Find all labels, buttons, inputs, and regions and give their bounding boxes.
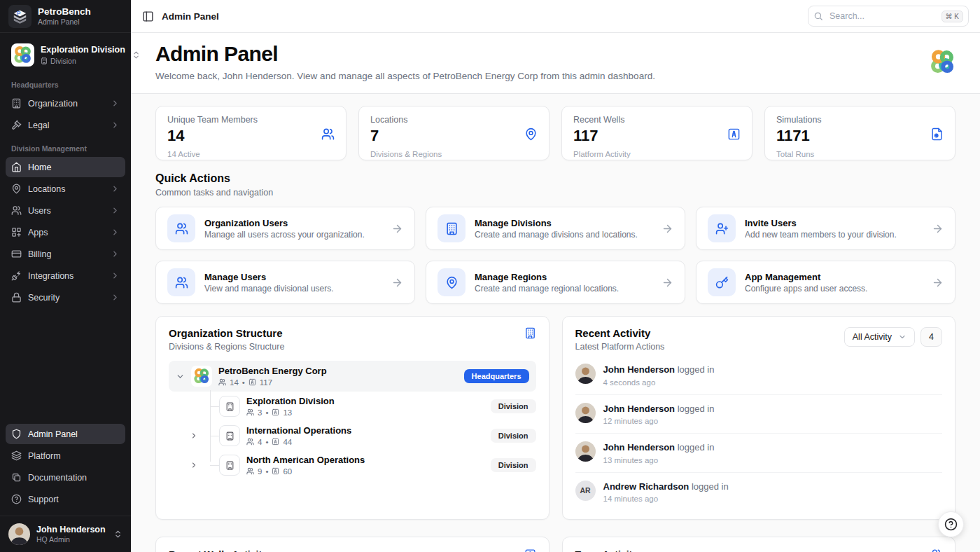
quick-action-manage-users[interactable]: Manage Users View and manage divisional … (155, 261, 415, 304)
wallet-icon (11, 249, 22, 259)
user-plus-icon (708, 214, 736, 242)
sidebar-toggle-icon[interactable] (142, 11, 154, 22)
headquarters-badge: Headquarters (464, 369, 529, 383)
user-menu[interactable]: John Henderson HQ Admin (0, 516, 131, 552)
users-icon (246, 438, 254, 446)
sidebar-section-division-management: Division Management (0, 136, 131, 156)
sidebar-spacer (0, 308, 131, 423)
org-structure-title: Organization Structure (169, 327, 284, 339)
chevron-right-icon (111, 206, 120, 215)
topbar-title: Admin Panel (162, 11, 219, 22)
sidebar-item-apps[interactable]: Apps (6, 222, 125, 242)
map-pin-icon (11, 184, 22, 194)
search-icon (813, 11, 823, 21)
map-pin-icon (438, 268, 465, 296)
chevron-right-icon[interactable] (190, 461, 198, 469)
chevron-right-icon[interactable] (190, 432, 198, 440)
tree-row-root[interactable]: PetroBench Energy Corp 14 • 117 Headquar… (169, 361, 536, 392)
gavel-icon (11, 120, 22, 130)
quick-action-app-management[interactable]: App Management Configure apps and user a… (696, 261, 955, 304)
sidebar-item-organization[interactable]: Organization (6, 93, 125, 113)
search-field[interactable] (828, 11, 937, 22)
activity-item: John Henderson logged in 4 seconds ago (575, 356, 943, 395)
sidebar-item-security[interactable]: Security (6, 287, 125, 308)
users-icon (11, 205, 22, 216)
map-pin-icon (524, 127, 538, 141)
sidebar-item-legal[interactable]: Legal (6, 115, 125, 135)
quick-action-manage-divisions[interactable]: Manage Divisions Create and manage divis… (426, 207, 685, 250)
shield-icon (11, 429, 22, 439)
brand-name: PetroBench (38, 6, 91, 18)
chevron-down-icon (898, 333, 906, 341)
org-type: Division (41, 57, 125, 65)
building-icon (219, 455, 240, 476)
chevron-right-icon (111, 120, 120, 130)
derrick-icon (272, 467, 279, 475)
sidebar-item-documentation[interactable]: Documentation (6, 467, 125, 488)
stat-value: 117 (573, 127, 741, 145)
apps-grid-icon (11, 227, 22, 237)
division-badge: Division (491, 458, 536, 472)
quick-action-organization-users[interactable]: Organization Users Manage all users acro… (155, 207, 415, 250)
team-activity-panel: Team Activity (562, 537, 956, 552)
tree-row-international-operations[interactable]: International Operations 4 • 44 Division (210, 421, 536, 450)
users-icon (321, 127, 335, 141)
layers-icon (11, 450, 22, 461)
tree-row-north-american-operations[interactable]: North American Operations 9 • 60 Divisio… (210, 450, 536, 480)
arrow-right-icon (662, 223, 673, 235)
plug-icon (11, 270, 22, 281)
key-icon (708, 268, 736, 296)
page-title: Admin Panel (155, 42, 655, 66)
recent-activity-panel: Recent Activity Latest Platform Actions … (562, 316, 956, 520)
stat-card-recent-wells: Recent Wells 117 Platform Activity (561, 106, 752, 160)
sidebar-section-headquarters: Headquarters (0, 72, 131, 92)
division-badge: Division (491, 399, 536, 413)
chevron-right-icon (111, 228, 120, 237)
help-button[interactable] (938, 511, 964, 537)
sidebar-item-integrations[interactable]: Integrations (6, 265, 125, 286)
users-icon (167, 214, 195, 242)
activity-filter-select[interactable]: All Activity (844, 327, 915, 347)
org-name: Exploration Division (41, 45, 125, 56)
chevrons-up-down-icon (113, 530, 122, 539)
building-icon (219, 396, 240, 417)
quick-action-invite-users[interactable]: Invite Users Add new team members to you… (696, 207, 955, 250)
company-logo-icon (191, 366, 212, 387)
users-icon (218, 378, 226, 386)
quick-actions-grid: Organization Users Manage all users acro… (155, 207, 955, 304)
building-icon (438, 214, 465, 242)
quick-actions-title: Quick Actions (155, 172, 955, 185)
secondary-panels: Recent Wells Activity Team Activity (155, 537, 955, 552)
division-badge: Division (491, 429, 536, 443)
activity-item: AR Andrew Richardson logged in 14 minute… (575, 473, 943, 511)
organization-structure-panel: Organization Structure Divisions & Regio… (155, 316, 550, 520)
sidebar-item-admin-panel[interactable]: Admin Panel (6, 424, 125, 444)
building-icon (41, 57, 48, 64)
search-input[interactable]: ⌘ K (808, 6, 969, 27)
brand-header: P PetroBench Admin Panel (0, 0, 131, 33)
derrick-icon (272, 438, 279, 446)
building-icon (219, 425, 240, 446)
users-icon (167, 268, 195, 296)
chevron-right-icon (111, 271, 120, 280)
activity-item: John Henderson logged in 13 minutes ago (575, 434, 943, 473)
petrobench-logo-icon: P (8, 5, 31, 28)
tree-row-exploration-division[interactable]: Exploration Division 3 • 13 Division (210, 392, 536, 421)
quick-action-manage-regions[interactable]: Manage Regions Create and manage regiona… (426, 261, 685, 304)
sidebar-item-billing[interactable]: Billing (6, 244, 125, 264)
chevron-down-icon[interactable] (176, 372, 185, 381)
users-icon (246, 408, 254, 416)
main-area: Admin Panel ⌘ K Admin Panel Welcome back… (131, 0, 980, 552)
sidebar-item-locations[interactable]: Locations (6, 179, 125, 199)
building-icon (524, 327, 536, 339)
help-circle-icon (11, 494, 22, 504)
sidebar-item-users[interactable]: Users (6, 200, 125, 221)
sidebar-item-support[interactable]: Support (6, 489, 125, 509)
sidebar-item-platform[interactable]: Platform (6, 446, 125, 466)
simulation-file-icon (930, 127, 944, 141)
org-switcher[interactable]: Exploration Division Division (6, 39, 125, 71)
derrick-icon (248, 378, 256, 386)
sidebar-item-home[interactable]: Home (6, 157, 125, 177)
derrick-icon (727, 127, 741, 141)
avatar (8, 523, 30, 545)
